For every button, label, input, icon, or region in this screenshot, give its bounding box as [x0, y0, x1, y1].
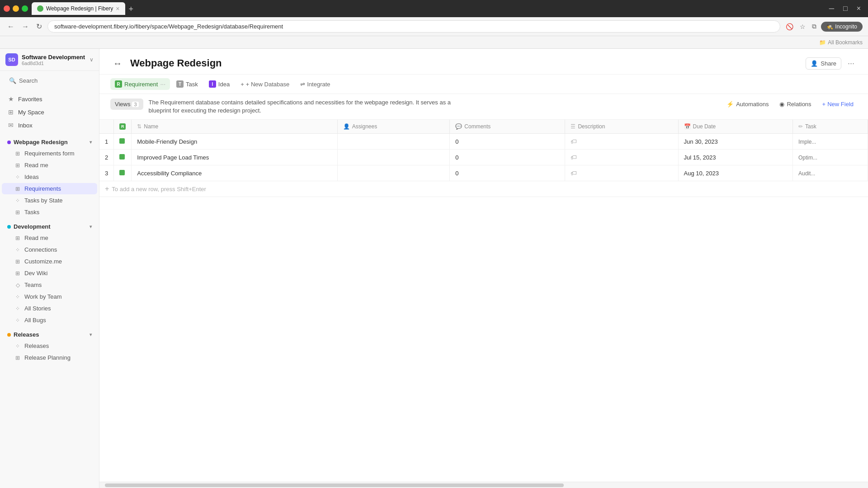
minimize-window-btn[interactable] — [13, 5, 19, 12]
row-2-badge — [114, 150, 132, 165]
horizontal-scrollbar[interactable] — [99, 482, 868, 488]
row-3-num: 3 — [99, 165, 114, 181]
sidebar-item-all-stories[interactable]: ⁘ All Stories — [2, 303, 97, 314]
row-3-assignees — [337, 165, 450, 181]
requirement-tab-dots[interactable]: ··· — [160, 80, 165, 88]
customize-me-icon: ⊞ — [14, 258, 21, 265]
relations-button[interactable]: ◉ Relations — [776, 99, 815, 110]
sidebar-item-tasks[interactable]: ⊞ Tasks — [2, 206, 97, 218]
share-button[interactable]: 👤 Share — [806, 57, 841, 70]
close-window-btn[interactable] — [4, 5, 10, 12]
development-header[interactable]: Development ▾ — [2, 221, 97, 232]
table-row[interactable]: 2 Improved Page Load Times 0 🏷 Jul 15, 2… — [99, 150, 868, 165]
row-2-description: 🏷 — [565, 150, 678, 165]
win-restore-btn[interactable]: □ — [840, 4, 851, 14]
row-3-desc-icon: 🏷 — [571, 169, 577, 177]
sidebar-item-work-by-team[interactable]: ⁘ Work by Team — [2, 291, 97, 302]
integrate-button[interactable]: ⇌ Integrate — [296, 79, 335, 90]
scroll-thumb[interactable] — [105, 483, 564, 487]
new-tab-button[interactable]: + — [126, 4, 137, 15]
col-description[interactable]: ☰ Description — [565, 120, 678, 134]
row-3-description: 🏷 — [565, 165, 678, 181]
table-row[interactable]: 3 Accessibility Compliance 0 🏷 Aug 10, 2… — [99, 165, 868, 181]
integrate-icon: ⇌ — [300, 81, 305, 88]
row-1-r-badge — [119, 138, 125, 144]
row-2-due-date: Jul 15, 2023 — [678, 150, 793, 165]
webpage-redesign-label: Webpage Redesign — [14, 139, 68, 145]
sidebar-item-tasks-by-state[interactable]: ⁘ Tasks by State — [2, 195, 97, 206]
automations-button[interactable]: ⚡ Automations — [723, 99, 772, 110]
sidebar-item-releases[interactable]: ⁘ Releases — [2, 340, 97, 352]
sidebar-item-my-space[interactable]: ⊞ My Space — [2, 106, 97, 118]
sidebar-item-inbox[interactable]: ✉ Inbox — [2, 119, 97, 131]
ideas-icon: ⁘ — [14, 174, 21, 180]
views-label: Views — [115, 101, 130, 108]
tab-bar: Webpage Redesign | Fibery × + — [32, 2, 822, 15]
comments-col-icon: 💬 — [455, 123, 462, 130]
active-tab[interactable]: Webpage Redesign | Fibery × — [32, 2, 125, 15]
nav-back-button[interactable]: ← — [5, 21, 16, 33]
incognito-button[interactable]: 🕵 Incognito — [821, 22, 863, 32]
table-header-row: R ⇅ Name 👤 Assignees — [99, 120, 868, 134]
connections-label: Connections — [24, 246, 57, 253]
more-options-button[interactable]: ··· — [845, 57, 857, 70]
workspace-chevron-icon: ∨ — [90, 56, 94, 63]
relations-icon: ◉ — [779, 101, 784, 108]
dev-wiki-icon: ⊞ — [14, 270, 21, 277]
nav-reload-button[interactable]: ↻ — [34, 20, 44, 33]
sidebar-item-teams[interactable]: ◇ Teams — [2, 279, 97, 291]
search-button[interactable]: 🔍 Search — [5, 75, 94, 87]
description-text: The Requirement database contains detail… — [149, 99, 456, 115]
read-me-wr-label: Read me — [24, 162, 48, 169]
releases-header[interactable]: Releases ▾ — [2, 328, 97, 340]
col-task[interactable]: ✏ Task — [793, 120, 868, 134]
tab-idea[interactable]: I Idea — [204, 78, 234, 90]
new-field-button[interactable]: + New Field — [819, 99, 857, 110]
sidebar-item-connections[interactable]: ⁘ Connections — [2, 244, 97, 255]
sidebar-item-dev-wiki[interactable]: ⊞ Dev Wiki — [2, 267, 97, 279]
row-1-name[interactable]: Mobile-Friendly Design — [132, 134, 338, 150]
views-button[interactable]: Views 3 — [110, 99, 143, 110]
sidebar-item-ideas[interactable]: ⁘ Ideas — [2, 171, 97, 183]
workspace-header[interactable]: SD Software Development 6ad8d3d1 ∨ — [0, 49, 99, 71]
maximize-window-btn[interactable] — [22, 5, 28, 12]
address-input[interactable] — [47, 20, 780, 33]
row-3-name[interactable]: Accessibility Compliance — [132, 165, 338, 181]
all-bugs-icon: ⁘ — [14, 317, 21, 324]
add-database-button[interactable]: + + New Database — [236, 79, 294, 90]
win-close-btn[interactable]: × — [853, 4, 864, 14]
win-minimize-btn[interactable]: ─ — [826, 4, 838, 14]
all-bookmarks-label[interactable]: All Bookmarks — [828, 39, 863, 46]
row-2-r-badge — [119, 154, 125, 160]
col-comments[interactable]: 💬 Comments — [450, 120, 565, 134]
sidebar-item-customize-me[interactable]: ⊞ Customize.me — [2, 256, 97, 267]
row-1-desc-icon: 🏷 — [571, 138, 577, 145]
col-assignees[interactable]: 👤 Assignees — [337, 120, 450, 134]
camera-off-icon[interactable]: 🚫 — [784, 21, 795, 32]
description-col-icon: ☰ — [571, 123, 576, 130]
tab-requirement[interactable]: R Requirement ··· — [110, 78, 170, 90]
col-comments-label: Comments — [464, 123, 491, 130]
sidebar-item-all-bugs[interactable]: ⁘ All Bugs — [2, 314, 97, 326]
bookmark-icon[interactable]: ☆ — [798, 21, 807, 32]
sidebar-item-release-planning[interactable]: ⊞ Release Planning — [2, 352, 97, 363]
sidebar-item-requirements-form[interactable]: ⊞ Requirements form — [2, 148, 97, 159]
tab-close-icon[interactable]: × — [116, 5, 119, 12]
col-due-date[interactable]: 📅 Due Date — [678, 120, 793, 134]
sidebar-item-read-me-wr[interactable]: ⊞ Read me — [2, 160, 97, 171]
sidebar-item-read-me-dev[interactable]: ⊞ Read me — [2, 232, 97, 244]
nav-forward-button[interactable]: → — [20, 21, 31, 33]
requirements-icon: ⊞ — [14, 186, 21, 192]
col-name[interactable]: ⇅ Name — [132, 120, 338, 134]
add-row-hint[interactable]: + To add a new row, press Shift+Enter — [99, 181, 868, 197]
tab-task[interactable]: T Task — [172, 78, 203, 90]
row-2-name[interactable]: Improved Page Load Times — [132, 150, 338, 165]
sidebar-item-requirements[interactable]: ⊞ Requirements — [2, 183, 97, 194]
table-row[interactable]: 1 Mobile-Friendly Design 0 🏷 Jun 30, 202… — [99, 134, 868, 150]
all-stories-label: All Stories — [24, 305, 51, 312]
sidebar-item-favorites[interactable]: ★ Favorites — [2, 93, 97, 105]
webpage-redesign-header[interactable]: Webpage Redesign ▾ — [2, 136, 97, 147]
row-2-comments: 0 — [450, 150, 565, 165]
incognito-label: Incognito — [835, 23, 857, 30]
split-view-icon[interactable]: ⧉ — [810, 21, 818, 32]
